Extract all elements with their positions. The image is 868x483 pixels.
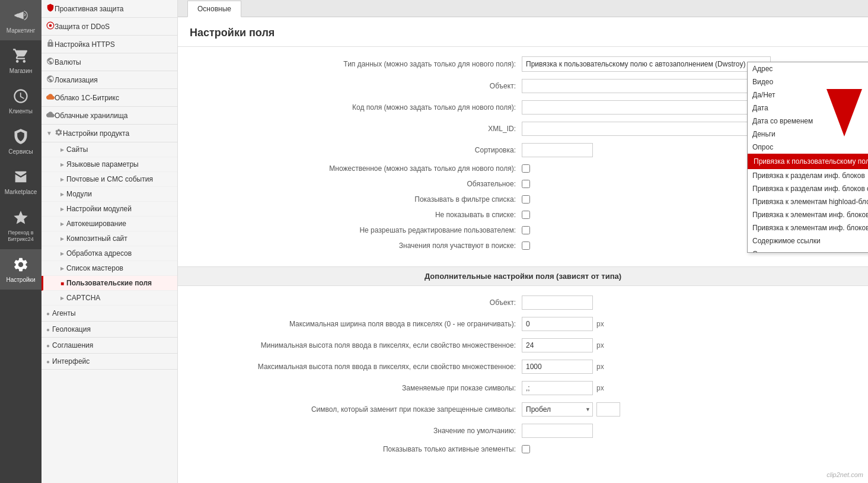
activeonly-checkbox[interactable] (522, 445, 530, 453)
nav-item-proactive[interactable]: Проактивная защита (42, 0, 177, 18)
globe2-icon (46, 75, 55, 85)
cloud-icon (46, 93, 55, 103)
maxheight-label: Максимальная высота поля ввода в пикселя… (190, 363, 522, 371)
sidebar-item-marketing[interactable]: Маркетинг (0, 0, 42, 40)
main-content: Основные Настройки поля Адрес Видео Да/Н… (178, 0, 868, 483)
nav-sub-item-addresses[interactable]: ▶ Обработка адресов (42, 246, 177, 261)
dropdown-item-infoblocks-elements-auto[interactable]: Привязка к элементам инф. блоков с автоз… (748, 221, 868, 234)
extra-row-activeonly: Показывать только активные элементы: (190, 445, 856, 453)
extra-row-maxwidth: Максимальная ширина поля ввода в пикселя… (190, 317, 856, 331)
globe-icon (46, 57, 55, 67)
dropdown-item-infoblocks-auto[interactable]: Привязка к разделам инф. блоков с автоза… (748, 182, 868, 195)
extra-object-label: Объект: (190, 298, 522, 307)
nav-sub-item-wizards[interactable]: ▶ Список мастеров (42, 261, 177, 276)
required-checkbox[interactable] (522, 180, 530, 188)
default-input[interactable] (522, 424, 593, 438)
dropdown-item-list[interactable]: Список (748, 247, 868, 252)
dropdown-item-survey[interactable]: Опрос (748, 141, 868, 154)
sort-input[interactable] (522, 143, 593, 157)
nav-sub-item-sites[interactable]: ▶ Сайты (42, 142, 177, 157)
notshowlist-checkbox[interactable] (522, 211, 530, 219)
nav-item-interface[interactable]: ● Интерфейс (42, 354, 177, 370)
nav-sub-item-modules[interactable]: ▶ Модули (42, 187, 177, 202)
sidebar-item-clients[interactable]: Клиенты (0, 81, 42, 121)
watermark: clip2net.com (826, 471, 863, 478)
dropdown-item-highload[interactable]: Привязка к элементам highload-блоков (748, 195, 868, 208)
maxwidth-input[interactable] (522, 317, 593, 331)
replacesymbol-label: Символ, который заменит при показе запре… (190, 405, 522, 414)
extra-settings-header: Дополнительные настройки поля (зависят о… (178, 266, 868, 286)
nav-item-agreements[interactable]: ● Соглашения (42, 338, 177, 354)
showfilter-checkbox[interactable] (522, 195, 530, 204)
noedit-label: Не разрешать редактирование пользователе… (190, 226, 522, 234)
sidebar-item-services[interactable]: Сервисы (0, 121, 42, 161)
fieldcode-input[interactable] (522, 100, 759, 115)
object-input[interactable] (522, 79, 759, 93)
nav-sub-item-langparams[interactable]: ▶ Языковые параметры (42, 157, 177, 172)
notshowlist-label: Не показывать в списке: (190, 211, 522, 219)
sidebar-item-bitrix24[interactable]: Переход вБитрикс24 (0, 202, 42, 249)
nav-item-agents[interactable]: ● Агенты (42, 306, 177, 322)
extra-row-replacechars: Заменяемые при показе символы: px (190, 381, 856, 395)
extra-row-replacesymbol: Символ, который заменит при показе запре… (190, 402, 856, 417)
multiple-checkbox[interactable] (522, 164, 530, 173)
noedit-checkbox[interactable] (522, 226, 530, 234)
tab-bar: Основные (178, 0, 868, 17)
dropdown-item-userfield-auto[interactable]: Привязка к пользовательскому полю с авто… (748, 154, 868, 169)
nav-sub-item-userfields[interactable]: ■ Пользовательские поля (42, 276, 177, 291)
maxwidth-px: px (596, 320, 604, 328)
svg-marker-2 (826, 89, 862, 136)
nav-item-https[interactable]: Настройка HTTPS (42, 36, 177, 53)
dropdown-item-video[interactable]: Видео (748, 75, 868, 88)
nav-item-currency[interactable]: Валюты (42, 53, 177, 71)
sidebar-item-marketplace[interactable]: Marketplace (0, 161, 42, 202)
marketplace-icon (11, 167, 30, 186)
fieldcode-label: Код поля (можно задать только для нового… (190, 103, 522, 112)
xmlid-input[interactable] (522, 122, 759, 136)
dropdown-item-address[interactable]: Адрес (748, 62, 868, 75)
star-icon (11, 208, 30, 227)
cart-icon (11, 46, 30, 65)
nav-sub-item-captcha[interactable]: ▶ CAPTCHA (42, 291, 177, 306)
sidebar-item-shop[interactable]: Магазин (0, 40, 42, 81)
page-title: Настройки поля (178, 17, 868, 47)
gear2-icon (55, 128, 63, 138)
nav-sub-item-composite[interactable]: ▶ Композитный сайт (42, 231, 177, 246)
nav-item-locale[interactable]: Локализация (42, 71, 177, 89)
extra-row-maxheight: Максимальная высота поля ввода в пикселя… (190, 360, 856, 374)
replacesymbol-select[interactable]: ПробелДругой (522, 402, 593, 417)
xmlid-label: XML_ID: (190, 125, 522, 133)
dropdown-item-link-content[interactable]: Содержимое ссылки (748, 234, 868, 247)
dropdown-item-infoblocks-elements[interactable]: Привязка к элементам инф. блоков (748, 208, 868, 221)
gear-icon (11, 255, 30, 274)
nav-item-ddos[interactable]: Защита от DDoS (42, 18, 177, 36)
replacechars-input[interactable] (522, 381, 593, 395)
nav-sub-item-module-settings[interactable]: ▶ Настройки модулей (42, 202, 177, 217)
tab-basic[interactable]: Основные (187, 1, 241, 17)
nav-item-product-settings[interactable]: ▼ Настройки продукта (42, 125, 177, 142)
maxheight-input[interactable] (522, 360, 593, 374)
object-label: Объект: (190, 82, 522, 90)
minheight-px: px (596, 341, 604, 349)
required-label: Обязательное: (190, 180, 522, 188)
clock24-icon (11, 87, 30, 106)
nav-item-cloudstorage[interactable]: Облачные хранилища (42, 107, 177, 125)
nav-sub-item-autocache[interactable]: ▶ Автокеширование (42, 217, 177, 231)
multiple-label: Множественное (можно задать только для н… (190, 164, 522, 173)
minheight-input[interactable] (522, 338, 593, 352)
extra-object-input[interactable] (522, 295, 593, 310)
sidebar-item-settings[interactable]: Настройки (0, 249, 42, 290)
type-select[interactable]: АдресВидеоДа/НетДатаДата со временемДень… (522, 56, 771, 72)
replacechars-px: px (596, 384, 604, 392)
extra-settings-section: Объект: Максимальная ширина поля ввода в… (178, 286, 868, 470)
replacesymbol-select-wrapper: ПробелДругой (522, 402, 593, 417)
shield-icon (46, 4, 55, 14)
megaphone-icon (11, 6, 30, 25)
nav-item-cloud[interactable]: Облако 1С-Битрикс (42, 89, 177, 107)
replacesymbol-custom-input[interactable] (596, 402, 620, 417)
nav-sub-item-mail[interactable]: ▶ Почтовые и СМС события (42, 172, 177, 187)
dropdown-item-infoblocks[interactable]: Привязка к разделам инф. блоков (748, 169, 868, 182)
maxheight-px: px (596, 363, 604, 371)
nav-item-geolocation[interactable]: ● Геолокация (42, 322, 177, 338)
search-checkbox[interactable] (522, 242, 530, 250)
